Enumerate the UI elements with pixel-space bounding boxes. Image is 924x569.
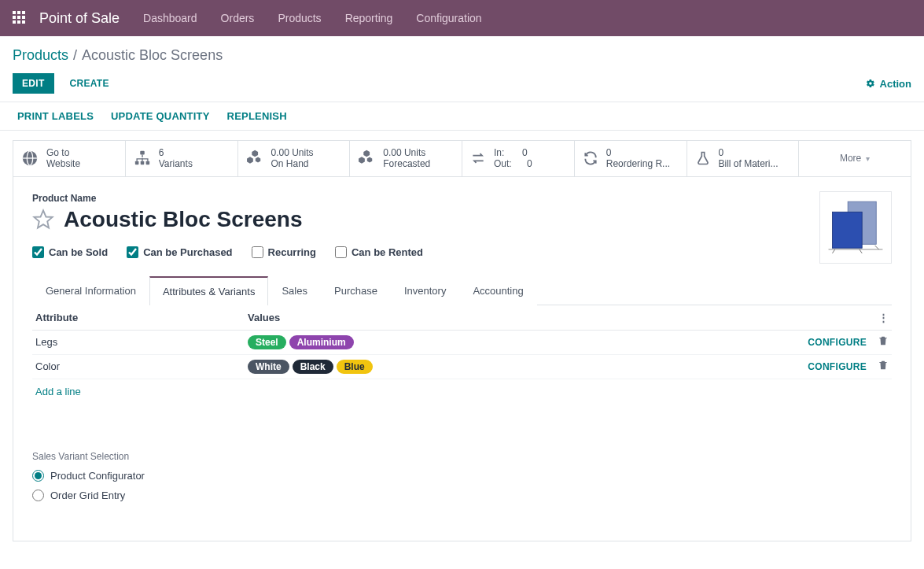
stat-more[interactable]: More ▾ [799,141,911,176]
edit-button[interactable]: EDIT [13,73,54,94]
add-line-button[interactable]: Add a line [32,379,892,404]
breadcrumb: Products / Acoustic Bloc Screens [0,36,924,68]
tab-inventory[interactable]: Inventory [391,276,459,305]
value-tag[interactable]: Aluminium [289,335,354,349]
stat-on-hand[interactable]: 0.00 UnitsOn Hand [238,141,351,176]
tab-sales[interactable]: Sales [268,276,321,305]
header-values: Values [248,312,889,323]
action-dropdown[interactable]: Action [866,78,911,90]
stat-in-out[interactable]: In: 0 Out: 0 [462,141,575,176]
radio-product-configurator[interactable]: Product Configurator [32,470,892,482]
radio-order-grid-entry[interactable]: Order Grid Entry [32,490,892,501]
chevron-down-icon: ▾ [866,154,870,163]
attr-row: LegsSteelAluminiumCONFIGURE [32,331,892,355]
refresh-icon [583,150,598,166]
value-tag[interactable]: Steel [248,335,286,349]
svg-line-12 [860,249,862,253]
update-quantity-button[interactable]: UPDATE QUANTITY [111,110,210,122]
attr-name: Legs [35,336,248,348]
boxes-icon [246,150,263,167]
check-can-be-sold[interactable]: Can be Sold [32,246,108,258]
check-recurring[interactable]: Recurring [252,246,316,258]
top-navbar: Point of Sale Dashboard Orders Products … [0,0,924,36]
tab-accounting[interactable]: Accounting [459,276,536,305]
trash-icon[interactable] [878,335,889,349]
transfer-icon [470,150,486,166]
svg-marker-7 [34,210,52,227]
check-can-be-purchased[interactable]: Can be Purchased [127,246,232,258]
attr-row: ColorWhiteBlackBlueCONFIGURE [32,355,892,379]
stat-website[interactable]: Go toWebsite [13,141,126,176]
globe-icon [21,150,39,167]
header-attribute: Attribute [35,312,248,323]
check-can-be-rented[interactable]: Can be Rented [335,246,423,258]
configure-button[interactable]: CONFIGURE [808,337,867,348]
svg-rect-3 [140,151,145,155]
top-menu: Dashboard Orders Products Reporting Conf… [143,12,482,24]
tab-purchase[interactable]: Purchase [321,276,391,305]
svg-rect-4 [135,161,139,165]
nav-products[interactable]: Products [278,12,321,24]
trash-icon[interactable] [878,360,889,373]
print-labels-button[interactable]: PRINT LABELS [17,110,94,122]
value-tag[interactable]: White [248,360,289,374]
variant-selection-section: Sales Variant Selection Product Configur… [32,451,892,501]
apps-icon[interactable] [13,11,27,25]
svg-rect-6 [145,161,149,165]
nav-reporting[interactable]: Reporting [345,12,393,24]
breadcrumb-root[interactable]: Products [13,47,68,64]
variant-section-label: Sales Variant Selection [32,451,892,462]
gear-icon [866,79,875,88]
boxes-icon [358,150,375,167]
svg-rect-9 [832,212,862,248]
replenish-button[interactable]: REPLENISH [227,110,287,122]
tab-general-information[interactable]: General Information [32,276,149,305]
flask-icon [695,150,711,166]
value-tag[interactable]: Black [293,360,333,374]
attr-table-header: Attribute Values ⋮ [32,305,892,331]
product-title: Acoustic Bloc Screens [64,207,302,232]
stat-forecasted[interactable]: 0.00 UnitsForecasted [350,141,462,176]
product-flags: Can be Sold Can be Purchased Recurring C… [32,246,892,258]
product-image[interactable] [819,191,892,264]
nav-dashboard[interactable]: Dashboard [143,12,197,24]
breadcrumb-current: Acoustic Bloc Screens [82,47,223,64]
attr-name: Color [35,360,248,372]
stat-bar: Go toWebsite 6Variants 0.00 UnitsOn Hand… [13,140,911,177]
nav-orders[interactable]: Orders [221,12,255,24]
breadcrumb-sep: / [73,47,77,64]
favorite-star-icon[interactable] [32,209,54,231]
app-title[interactable]: Point of Sale [39,10,120,27]
stat-reordering[interactable]: 0Reordering R... [575,141,687,176]
svg-line-13 [875,246,879,249]
stat-variants[interactable]: 6Variants [126,141,238,176]
svg-line-11 [832,249,834,253]
attr-values: SteelAluminium [248,335,808,349]
tabs: General Information Attributes & Variant… [32,275,892,305]
value-tag[interactable]: Blue [337,360,373,374]
toolbar: PRINT LABELS UPDATE QUANTITY REPLENISH [0,102,924,131]
nav-configuration[interactable]: Configuration [416,12,481,24]
tab-attributes-variants[interactable]: Attributes & Variants [149,276,269,305]
form-sheet: Product Name Acoustic Bloc Screens Can b… [13,177,911,541]
kebab-icon[interactable]: ⋮ [878,312,889,323]
attr-values: WhiteBlackBlue [248,360,808,374]
product-thumbnail [823,195,888,260]
create-button[interactable]: CREATE [70,78,109,89]
configure-button[interactable]: CONFIGURE [808,361,867,372]
svg-rect-5 [140,161,144,165]
control-row: EDIT CREATE Action [0,68,924,102]
stat-bom[interactable]: 0Bill of Materi... [687,141,800,176]
action-label: Action [880,78,911,90]
sitemap-icon [134,150,151,167]
product-name-label: Product Name [32,193,892,204]
